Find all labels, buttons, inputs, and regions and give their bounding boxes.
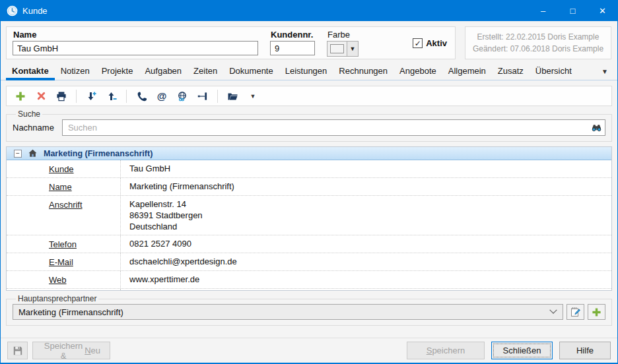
add-contact-button[interactable] [13,88,28,104]
tab-dokumente[interactable]: Dokumente [223,63,279,80]
email-button[interactable]: @ [154,88,170,104]
floppy-icon [13,346,23,356]
at-icon: @ [157,90,167,102]
delete-contact-button[interactable] [33,88,49,104]
minimize-button[interactable]: – [528,1,558,21]
search-input[interactable] [62,119,605,136]
weihnachtskarte-value: Ja [120,289,611,291]
telefon-value: 0821 2527 4090 [120,235,611,253]
tab-notizen[interactable]: Notizen [55,63,96,80]
call-button[interactable] [133,88,149,104]
button-label: Speichern & [42,341,85,361]
farbe-field-group: Farbe ▼ [327,29,359,57]
tab-kontakte[interactable]: Kontakte [6,63,55,80]
button-accel: S [427,346,432,355]
nachname-label: Nachname [13,123,54,133]
tab-rechnungen[interactable]: Rechnungen [333,63,394,80]
hauptansprechpartner-group: Hauptansprechpartner Marketing (Firmenan… [6,294,612,326]
anschrift-value: Kapellenstr. 14 86391 Stadtbergen Deutsc… [120,196,611,235]
table-row: Anschrift Kapellenstr. 14 86391 Stadtber… [7,196,611,235]
tab-projekte[interactable]: Projekte [96,63,139,80]
speichern-neu-button[interactable]: Speichern & Neu [32,342,110,359]
delete-x-icon [36,91,46,101]
aktiv-label: Aktiv [426,38,447,48]
move-up-remove-button[interactable] [104,88,120,104]
edit-contact-button[interactable] [566,304,584,320]
plus-icon [592,307,601,317]
contact-toolbar: @ [6,86,612,106]
table-row: Weihnachtskarte: Ja [7,289,611,291]
save-icon-button[interactable] [7,342,28,359]
tabbar: Kontakte Notizen Projekte Aufgaben Zeite… [1,63,617,80]
hilfe-button[interactable]: Hilfe [559,342,611,359]
kunde-value: Tau GmbH [120,160,611,177]
tab-uebersicht[interactable]: Übersicht [530,63,578,80]
globe-icon [177,91,188,102]
button-label: eu [91,346,100,355]
collapse-expander[interactable]: − [14,150,22,158]
transfer-contact-button[interactable] [195,88,211,104]
toolbar-separator [76,90,77,103]
folder-open-icon [227,91,238,102]
folder-dropdown-button[interactable]: ▼ [245,88,261,104]
name-link[interactable]: Name [49,182,72,192]
email-value: dschaelchli@xpertdesign.de [120,253,611,270]
tab-allgemein[interactable]: Allgemein [442,63,492,80]
name-value: Marketing (Firmenanschrift) [120,178,611,195]
website-button[interactable] [174,88,190,104]
print-button[interactable] [53,88,69,104]
header-strip: Name Kundennr. Farbe ▼ ✓ [1,21,617,63]
speichern-button[interactable]: Speichern [407,342,485,359]
aktiv-checkbox[interactable]: ✓ [413,38,423,48]
toolbar-separator [217,90,218,103]
color-picker-button[interactable]: ▼ [327,41,359,57]
open-folder-button[interactable] [224,88,240,104]
hauptansprechpartner-select[interactable]: Marketing (Firmenanschrift) [13,304,563,320]
link-contact-icon [197,91,208,102]
name-input[interactable] [13,41,258,55]
telefon-link[interactable]: Telefon [49,239,77,249]
contact-group-header[interactable]: − Marketing (Firmenanschrift) [7,147,611,160]
farbe-label: Farbe [327,30,359,40]
kunde-dialog: Kunde – □ ✕ Name Kundennr. Farbe [0,0,618,364]
edit-note-icon [570,307,581,317]
color-swatch [330,44,344,53]
table-row: E-Mail dschaelchli@xpertdesign.de [7,253,611,271]
search-button[interactable] [591,122,602,133]
kundennr-label: Kundennr. [271,30,315,40]
toolbar-separator [126,90,127,103]
button-label: peichern [432,346,465,355]
tab-aufgaben[interactable]: Aufgaben [139,63,188,80]
audit-box: Erstellt: 22.02.2015 Doris Example Geänd… [465,26,611,59]
search-group: Suche Nachname [6,109,612,142]
maximize-button[interactable]: □ [558,1,588,21]
phone-icon [136,91,147,102]
arrow-up-minus-icon [106,91,117,102]
color-dropdown-arrow[interactable]: ▼ [347,41,359,57]
table-row: Telefon 0821 2527 4090 [7,235,611,253]
selected-contact: Marketing (Firmenanschrift) [18,307,123,317]
tab-zeiten[interactable]: Zeiten [188,63,223,80]
web-value: www.xperttimer.de [120,271,611,288]
plus-icon [15,91,26,102]
button-accel: N [85,346,90,355]
table-row: Name Marketing (Firmenanschrift) [7,178,611,196]
tab-zusatz[interactable]: Zusatz [492,63,530,80]
email-link[interactable]: E-Mail [49,257,73,267]
add-ansprechpartner-button[interactable] [588,304,605,320]
color-swatch-button[interactable] [327,41,347,57]
close-button[interactable]: ✕ [588,1,617,21]
titlebar: Kunde – □ ✕ [1,1,617,21]
kunde-link[interactable]: Kunde [49,164,74,174]
tab-leistungen[interactable]: Leistungen [279,63,333,80]
chevron-down-icon: ▼ [250,93,256,100]
aktiv-field-group: ✓ Aktiv [413,38,447,48]
tab-overflow-button[interactable]: ▼ [598,68,612,75]
anschrift-link[interactable]: Anschrift [49,200,83,210]
search-legend: Suche [16,109,42,119]
schliessen-button[interactable]: Schließen [491,342,553,359]
move-down-add-button[interactable] [83,88,99,104]
kundennr-input[interactable] [270,41,315,55]
tab-angebote[interactable]: Angebote [394,63,442,80]
web-link[interactable]: Web [49,275,67,285]
